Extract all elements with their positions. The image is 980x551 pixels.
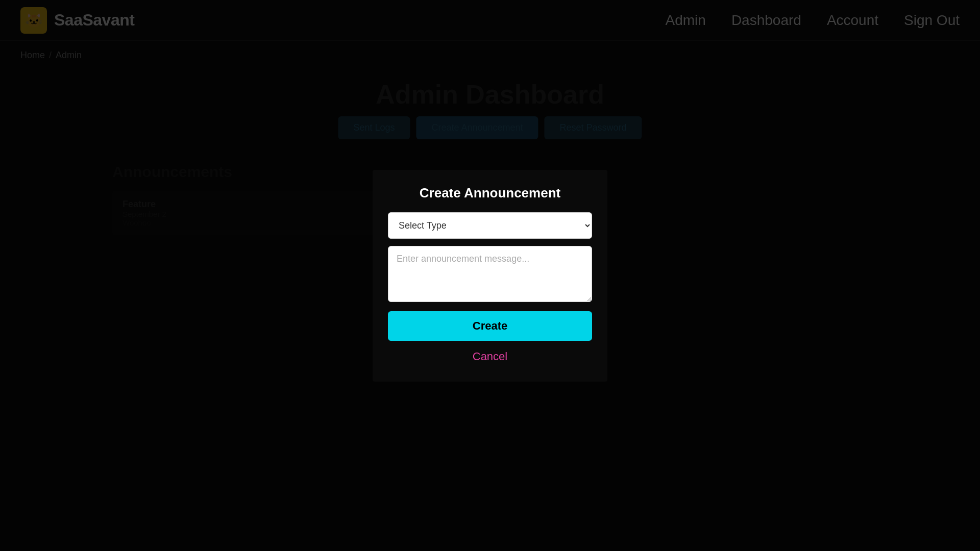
- modal-title: Create Announcement: [388, 185, 592, 201]
- type-select[interactable]: Select Type Feature Update Maintenance A…: [388, 212, 592, 239]
- modal-overlay: Create Announcement Select Type Feature …: [0, 0, 980, 551]
- create-button[interactable]: Create: [388, 311, 592, 341]
- announcement-message-textarea[interactable]: [388, 246, 592, 302]
- cancel-link[interactable]: Cancel: [388, 350, 592, 363]
- create-announcement-modal: Create Announcement Select Type Feature …: [373, 170, 607, 382]
